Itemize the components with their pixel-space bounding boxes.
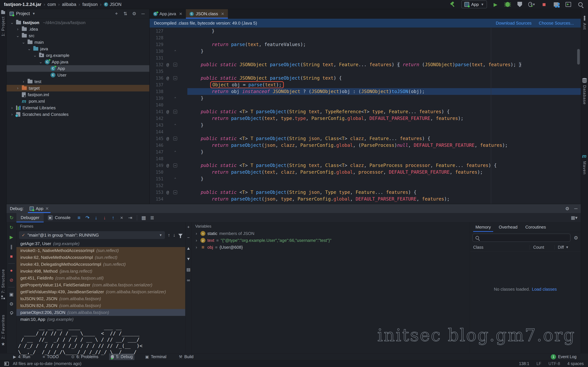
fold-marker[interactable]: ⌃ bbox=[172, 49, 179, 53]
gutter[interactable]: 148 bbox=[150, 155, 187, 162]
frame-row[interactable]: invoke0:-1, NativeMethodAccessorImpl(sun… bbox=[17, 247, 185, 254]
frame-row[interactable]: toJSON:902, JSON(com.alibaba.fastjson) bbox=[17, 295, 185, 302]
chevron-icon[interactable]: ⌄ bbox=[39, 60, 43, 64]
tree-item-org-example[interactable]: ⌄org.example bbox=[7, 52, 149, 59]
force-step-into-icon[interactable]: ↓ bbox=[100, 215, 109, 221]
tree-item--idea[interactable]: ›.idea bbox=[7, 26, 149, 33]
tree-item-fastjson-iml[interactable]: fastjson.iml bbox=[7, 92, 149, 98]
tree-item-main[interactable]: ⌄main bbox=[7, 39, 149, 46]
pause-icon[interactable]: ∥ bbox=[10, 244, 13, 250]
resume-icon[interactable]: ▶ bbox=[10, 234, 13, 240]
fold-icon[interactable]: − bbox=[173, 110, 177, 114]
frame-row[interactable]: invoke:62, NativeMethodAccessorImpl(sun.… bbox=[17, 254, 185, 261]
tree-item-pom-xml[interactable]: mpom.xml bbox=[7, 98, 149, 105]
toolbar-item-problems[interactable]: ⊙6: Problems bbox=[69, 353, 100, 360]
frame-row[interactable]: toJSON:824, JSON(com.alibaba.fastjson) bbox=[17, 302, 185, 309]
gutter[interactable]: 135 bbox=[150, 68, 187, 75]
fold-marker[interactable]: ⌃ bbox=[172, 177, 179, 181]
status-segment[interactable]: 4 spaces bbox=[567, 361, 584, 366]
chevron-right-icon[interactable]: › bbox=[194, 238, 199, 243]
gutter[interactable]: 129 bbox=[150, 41, 187, 48]
breadcrumb-item[interactable]: alibaba bbox=[62, 2, 76, 7]
breadcrumb-item[interactable]: CJSON bbox=[104, 2, 121, 7]
tree-item-app[interactable]: CApp bbox=[7, 65, 149, 72]
frame-row[interactable]: getFieldValuesMap:439, JavaBeanSerialize… bbox=[17, 288, 185, 295]
rerun-icon[interactable]: ↻ bbox=[9, 225, 13, 230]
chevron-icon[interactable]: › bbox=[16, 27, 20, 32]
tab-memory[interactable]: Memory bbox=[472, 223, 495, 232]
sidebar-item-ant[interactable]: Ant bbox=[581, 16, 588, 30]
chevron-down-icon[interactable]: ▼ bbox=[32, 12, 35, 16]
toolbar-item-todo[interactable]: ≡TODO bbox=[41, 353, 60, 360]
view-breakpoints-icon[interactable]: ● bbox=[10, 268, 13, 273]
sidebar-item-structure[interactable]: 7: Structure bbox=[0, 269, 6, 299]
gutter[interactable]: 136@− bbox=[150, 75, 187, 81]
gutter[interactable]: 147⌃ bbox=[150, 149, 187, 155]
editor-scrollbar[interactable] bbox=[577, 49, 580, 65]
frame-row[interactable]: parseObject:206, JSON(com.alibaba.fastjs… bbox=[17, 309, 185, 316]
drop-frame-icon[interactable]: × bbox=[117, 215, 126, 221]
gutter[interactable]: 142 bbox=[150, 115, 187, 122]
stop-button[interactable]: ■ bbox=[540, 1, 548, 8]
breadcrumb-item[interactable]: fastjson bbox=[82, 2, 98, 7]
sidebar-item-maven[interactable]: m Maven bbox=[581, 153, 588, 175]
get-thread-dump-icon[interactable]: ▣ bbox=[9, 292, 13, 297]
fold-marker[interactable]: − bbox=[172, 137, 179, 141]
gutter[interactable]: 140 bbox=[150, 101, 187, 108]
evaluate-icon[interactable]: ∞ bbox=[187, 278, 190, 283]
settings-gear-icon[interactable]: ⚙ bbox=[131, 11, 138, 17]
run-configuration-selector[interactable]: App ▼ bbox=[461, 0, 487, 8]
status-segment[interactable]: 138:1 bbox=[519, 361, 529, 366]
fold-icon[interactable]: − bbox=[173, 76, 177, 80]
toolbar-item-terminal[interactable]: ▣Terminal bbox=[144, 353, 168, 360]
fold-marker[interactable]: ⌃ bbox=[172, 123, 179, 127]
variable-row[interactable]: ›sstatic members of JSON bbox=[192, 230, 470, 237]
chevron-icon[interactable]: › bbox=[16, 86, 20, 91]
debug-session-tab[interactable]: App ✕ bbox=[28, 204, 51, 213]
mute-breakpoints-icon[interactable]: ⊘ bbox=[9, 277, 13, 283]
collapse-all-icon[interactable]: ⇅ bbox=[122, 11, 129, 17]
locate-file-icon[interactable]: ⌖ bbox=[113, 11, 120, 17]
gutter[interactable]: 154 bbox=[150, 196, 187, 202]
memory-search-input[interactable] bbox=[473, 234, 571, 242]
gutter[interactable]: 130⌃ bbox=[150, 48, 187, 55]
close-icon[interactable]: ✕ bbox=[179, 12, 182, 16]
tab-coroutines[interactable]: Coroutines bbox=[521, 223, 550, 232]
layout-icon[interactable] bbox=[4, 362, 9, 366]
frame-row[interactable]: invoke:498, Method(java.lang.reflect) bbox=[17, 268, 185, 275]
chevron-icon[interactable]: ⌄ bbox=[21, 40, 26, 45]
fold-marker[interactable]: − bbox=[172, 63, 179, 67]
run-anything-icon[interactable] bbox=[565, 1, 572, 8]
column-diff[interactable]: Diff▼ bbox=[554, 245, 581, 250]
move-down-icon[interactable]: ▼ bbox=[186, 256, 191, 261]
settings-gear-icon[interactable]: ⚙ bbox=[574, 235, 578, 241]
gutter[interactable]: 145@− bbox=[150, 135, 187, 142]
rerun-icon[interactable]: ↻ bbox=[7, 215, 17, 221]
tab-json-class[interactable]: CJSON.class✕ bbox=[186, 9, 228, 18]
show-execution-point-icon[interactable]: ≡ bbox=[75, 215, 83, 221]
evaluate-expression-icon[interactable]: ▦ bbox=[139, 215, 148, 221]
tree-item-test[interactable]: ›test bbox=[7, 78, 149, 85]
filter-icon[interactable] bbox=[178, 234, 183, 236]
chevron-right-icon[interactable]: › bbox=[194, 231, 199, 236]
load-classes-link[interactable]: Load classes bbox=[532, 287, 557, 292]
pin-icon[interactable] bbox=[9, 311, 13, 315]
build-hammer-icon[interactable] bbox=[449, 1, 456, 8]
tab-debugger[interactable]: Debugger bbox=[17, 213, 44, 222]
run-to-cursor-icon[interactable]: ⇥ bbox=[126, 215, 135, 221]
gutter[interactable]: 149@− bbox=[150, 162, 187, 169]
close-icon[interactable]: ✕ bbox=[221, 12, 224, 16]
tree-item-java[interactable]: ⌄java bbox=[7, 46, 149, 52]
gutter[interactable]: 146 bbox=[150, 142, 187, 149]
event-log-button[interactable]: 1 Event Log bbox=[551, 354, 577, 359]
gutter[interactable]: 153@− bbox=[150, 189, 187, 196]
layout-settings-icon[interactable]: ▦▾ bbox=[571, 215, 578, 220]
trace-settings-icon[interactable]: ≣ bbox=[148, 215, 156, 221]
thread-selector[interactable]: ✓ "main"@1 in group "main": RUNNING ▼ bbox=[19, 231, 165, 239]
toolbar-item-debug[interactable]: 5: Debug bbox=[109, 353, 134, 360]
next-frame-icon[interactable]: ↓ bbox=[173, 233, 175, 238]
tree-item-scratches-and-consoles[interactable]: ›Scratches and Consoles bbox=[7, 111, 149, 118]
gutter[interactable]: 139⌃ bbox=[150, 95, 187, 101]
gutter[interactable]: 144 bbox=[150, 128, 187, 135]
remove-watch-icon[interactable]: − bbox=[187, 235, 190, 240]
